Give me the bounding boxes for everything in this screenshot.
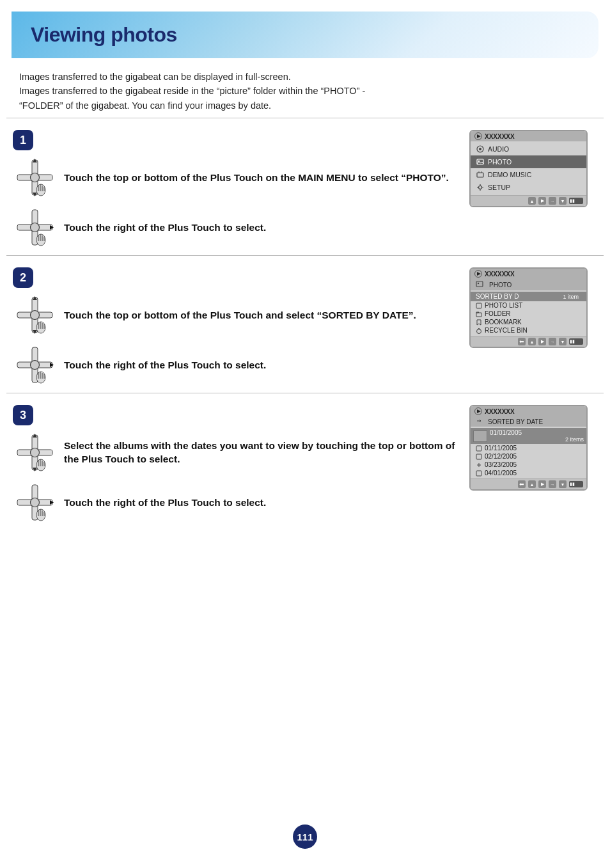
step-1-left: 1 (13, 130, 463, 249)
screen-1-item-audio: AUDIO (471, 143, 586, 155)
screen-3-footer: ⬅ ▲ ▶ → ▼ ▮▮ (471, 478, 586, 489)
step-1-instructions: Touch the top or bottom of the Plus Touc… (13, 155, 449, 249)
battery-2: ▮▮ (569, 338, 583, 345)
screen-3-date-info: 01/01/2005 2 items (490, 429, 584, 443)
screen-2-titlebar: ▶ XXXXXXX (471, 269, 586, 279)
step-2-instruction-1: Touch the top or bottom of the Plus Touc… (13, 293, 416, 336)
screen-2-badge: 1 item (560, 294, 581, 300)
screen-3-date-1: 01/11/2005 (471, 444, 586, 452)
plus-touch-top-bottom-icon-3 (13, 430, 56, 474)
step-1-text-1: Touch the top or bottom of the Plus Touc… (64, 171, 449, 185)
screen-3-date-3: 03/23/2005 (471, 461, 586, 469)
screen-2-breadcrumb-icon (476, 280, 483, 289)
svg-rect-72 (476, 454, 481, 459)
screen-1-title: XXXXXXX (485, 133, 515, 140)
svg-point-49 (478, 283, 479, 284)
step-2: 2 (6, 255, 604, 393)
screen-2-titlebar-icon: ▶ (474, 270, 482, 278)
battery-1: ▮▮ (569, 198, 583, 204)
battery-3: ▮▮ (569, 481, 583, 487)
screen-2-breadcrumb: PHOTO (471, 279, 586, 290)
screen-2-bookmark: BOOKMARK (471, 318, 586, 326)
device-screen-1: ▶ XXXXXXX AUDIO PHOTO (469, 130, 588, 207)
svg-point-51 (477, 329, 481, 333)
screen-2-footer: ⬅ ▲ ▶ → ▼ ▮▮ (471, 336, 586, 347)
step-3-left: 3 (13, 405, 463, 524)
screen-1-item-demo: DEMO MUSIC (471, 168, 586, 181)
svg-rect-23 (477, 173, 483, 177)
svg-point-64 (30, 498, 39, 507)
step-3-instruction-2: Touch the right of the Plus Touch to sel… (13, 480, 463, 524)
svg-point-24 (479, 186, 482, 189)
page-header: Viewing photos (12, 12, 598, 58)
step-2-text-2: Touch the right of the Plus Touch to sel… (64, 358, 416, 372)
step-1: 1 (6, 118, 604, 255)
plus-touch-right-icon-2 (13, 343, 56, 386)
screen-1-item-photo: PHOTO (471, 155, 586, 168)
screen-3-titlebar-icon: ▶ (474, 407, 482, 415)
audio-icon (476, 145, 485, 154)
step-2-text-1: Touch the top or bottom of the Plus Touc… (64, 308, 416, 322)
step-2-screen: ▶ XXXXXXX PHOTO SORTED BY D 1 item (469, 267, 597, 348)
nav-up-3: ▲ (528, 480, 536, 488)
screen-3-breadcrumb-icon (476, 418, 482, 425)
nav-right-2: ▶ (538, 338, 546, 345)
screen-1-item-setup: SETUP (471, 181, 586, 194)
nav-right-1: ▶ (538, 197, 546, 205)
screen-1-titlebar-icon: ▶ (474, 132, 482, 140)
svg-rect-50 (476, 303, 481, 308)
plus-touch-right-icon-1 (13, 205, 56, 249)
device-screen-3: ▶ XXXXXXX SORTED BY DATE 01/01/2005 (469, 405, 588, 491)
nav-down-3: ▼ (559, 480, 567, 488)
screen-3-titlebar: ▶ XXXXXXX (471, 406, 586, 416)
page-footer: 111 (0, 825, 610, 849)
page-intro: Images transferred to the gigabeat can b… (0, 58, 610, 118)
step-1-screen: ▶ XXXXXXX AUDIO PHOTO (469, 130, 597, 207)
intro-line1: Images transferred to the gigabeat can b… (19, 70, 591, 84)
nav-up-2: ▲ (528, 338, 536, 345)
nav-down-1: ▼ (559, 197, 567, 205)
svg-rect-71 (476, 446, 481, 451)
screen-3-date-4: 04/01/2005 (471, 469, 586, 477)
screen-1-body: AUDIO PHOTO DEMO MUSIC (471, 141, 586, 195)
step-1-number: 1 (13, 130, 33, 150)
nav-back-2: ⬅ (518, 338, 526, 345)
svg-rect-48 (476, 281, 483, 287)
svg-point-31 (30, 310, 39, 319)
step-1-instruction-1: Touch the top or bottom of the Plus Touc… (13, 155, 449, 199)
page-number: 111 (293, 825, 317, 849)
nav-arrow-1: → (549, 197, 556, 205)
screen-3-date-2: 02/12/2005 (471, 452, 586, 461)
screen-3-date-thumb: 01/01/2005 2 items (471, 428, 586, 444)
svg-point-2 (30, 173, 39, 182)
step-2-instructions: Touch the top or bottom of the Plus Touc… (13, 293, 416, 386)
intro-line3: “FOLDER” of the gigabeat. You can find y… (19, 99, 591, 113)
nav-down-2: ▼ (559, 338, 567, 345)
nav-arrow-3: → (549, 480, 556, 488)
svg-rect-75 (476, 471, 481, 476)
svg-point-54 (30, 448, 39, 457)
screen-2-photolist: PHOTO LIST (471, 301, 586, 310)
nav-up-1: ▲ (528, 197, 536, 205)
step-3-instruction-1: Select the albums with the dates you wan… (13, 430, 463, 474)
page-title: Viewing photos (31, 23, 579, 47)
intro-line2: Images transferred to the gigabeat resid… (19, 84, 591, 98)
step-3-text-1: Select the albums with the dates you wan… (64, 439, 463, 466)
steps-container: 1 (0, 118, 610, 530)
demo-icon (476, 170, 485, 179)
step-3-text-2: Touch the right of the Plus Touch to sel… (64, 496, 463, 510)
photo-icon (476, 157, 485, 166)
svg-point-20 (479, 148, 481, 150)
screen-2-body: SORTED BY D 1 item PHOTO LIST FOLDER BOO… (471, 290, 586, 336)
device-screen-2: ▶ XXXXXXX PHOTO SORTED BY D 1 item (469, 267, 588, 348)
setup-icon (476, 183, 485, 192)
screen-2-folder: FOLDER (471, 310, 586, 318)
step-1-instruction-2: Touch the right of the Plus Touch to sel… (13, 205, 449, 249)
step-3-instructions: Select the albums with the dates you wan… (13, 430, 463, 524)
plus-touch-top-bottom-icon-1 (13, 155, 56, 199)
svg-point-12 (30, 223, 39, 232)
screen-2-recycle: RECYCLE BIN (471, 326, 586, 335)
screen-3-thumb (473, 430, 487, 442)
nav-back-3: ⬅ (518, 480, 526, 488)
svg-point-41 (30, 360, 39, 369)
